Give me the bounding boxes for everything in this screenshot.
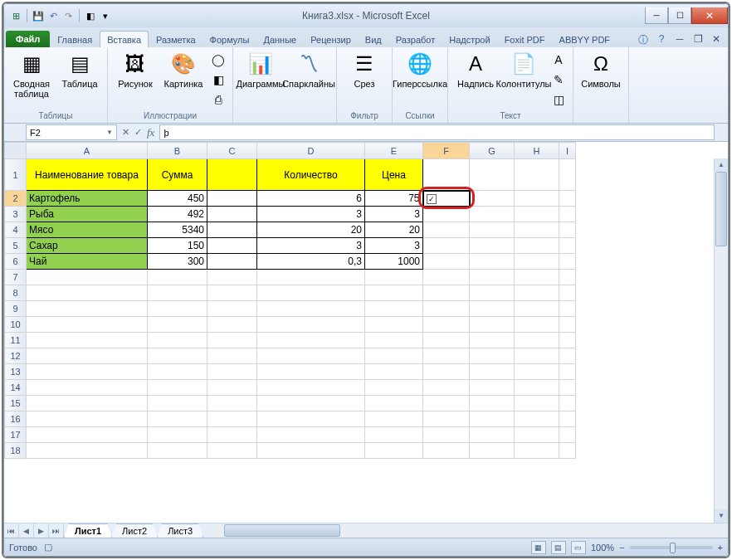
cell[interactable] (470, 427, 515, 443)
cell[interactable] (148, 443, 207, 459)
cell[interactable] (515, 317, 559, 333)
tab-file[interactable]: Файл (6, 31, 50, 47)
cell[interactable]: 3 (257, 207, 365, 222)
cell[interactable] (423, 254, 470, 270)
cell[interactable] (27, 270, 148, 285)
mdi-restore-icon[interactable]: ❐ (691, 33, 705, 47)
macro-record-icon[interactable]: ▢ (44, 542, 52, 553)
cell[interactable] (423, 364, 470, 380)
cell[interactable] (423, 380, 470, 396)
tab-главная[interactable]: Главная (51, 32, 99, 47)
cell[interactable] (207, 159, 257, 191)
cell[interactable] (257, 427, 365, 443)
cell[interactable] (27, 301, 148, 317)
cell[interactable] (207, 317, 257, 333)
cell[interactable] (207, 443, 257, 459)
cell[interactable] (515, 222, 559, 238)
mdi-close-icon[interactable]: ✕ (710, 33, 723, 47)
col-header[interactable]: G (470, 143, 515, 159)
cell[interactable] (148, 301, 207, 317)
screenshot-icon[interactable]: ⎙ (209, 90, 227, 109)
cell[interactable]: Количество (257, 159, 365, 191)
charts-button[interactable]: 📊Диаграммы (238, 49, 283, 89)
cell[interactable] (207, 254, 257, 270)
cell[interactable] (365, 348, 423, 364)
cell[interactable] (559, 285, 576, 301)
cell[interactable] (559, 348, 576, 364)
view-pagebreak-button[interactable]: ▭ (571, 541, 586, 554)
cell[interactable] (515, 443, 559, 459)
cell[interactable] (207, 364, 257, 380)
col-header[interactable]: F (423, 143, 470, 159)
col-header[interactable]: A (27, 143, 148, 159)
cell[interactable] (207, 285, 257, 301)
cell[interactable]: 300 (148, 254, 207, 270)
cell[interactable] (559, 191, 576, 207)
cell[interactable] (148, 396, 207, 411)
undo-icon[interactable]: ↶ (46, 9, 60, 22)
cell[interactable] (423, 238, 470, 254)
row-header[interactable]: 10 (5, 317, 27, 333)
textbox-button[interactable]: AНадпись (453, 49, 498, 89)
sheet-tab[interactable]: Лист3 (157, 523, 203, 538)
cell[interactable] (148, 380, 207, 396)
cell[interactable] (148, 348, 207, 364)
qat-extra2-icon[interactable]: ▾ (99, 9, 112, 22)
cell[interactable] (515, 396, 559, 411)
cell[interactable] (515, 254, 559, 270)
cell[interactable] (470, 396, 515, 411)
cell[interactable]: Сумма (148, 159, 207, 191)
row-header[interactable]: 5 (5, 238, 27, 254)
row-header[interactable]: 1 (5, 159, 27, 191)
cell[interactable] (423, 411, 470, 427)
cell[interactable] (148, 427, 207, 443)
row-header[interactable]: 8 (5, 285, 27, 301)
cell[interactable] (27, 364, 148, 380)
cell[interactable] (207, 333, 257, 348)
cell[interactable] (207, 270, 257, 285)
cell[interactable] (470, 238, 515, 254)
cell[interactable] (470, 443, 515, 459)
cell[interactable] (207, 301, 257, 317)
cell[interactable] (148, 411, 207, 427)
cell[interactable] (365, 364, 423, 380)
formula-input[interactable]: þ (159, 124, 715, 140)
sheet-nav[interactable]: ⏮ ◀ ▶ ⏭ (4, 523, 64, 538)
cell[interactable] (365, 396, 423, 411)
cell-f2[interactable]: ✓ (423, 191, 470, 207)
cell[interactable] (257, 380, 365, 396)
col-header[interactable]: H (515, 143, 559, 159)
cell[interactable] (559, 254, 576, 270)
row-header[interactable]: 3 (5, 207, 27, 222)
cell[interactable] (257, 333, 365, 348)
cell[interactable] (365, 333, 423, 348)
cell[interactable] (257, 443, 365, 459)
scroll-down-icon[interactable]: ▼ (715, 509, 728, 523)
cell[interactable] (559, 427, 576, 443)
cell[interactable] (27, 317, 148, 333)
object-icon[interactable]: ◫ (549, 90, 568, 109)
cell[interactable]: 1000 (365, 254, 423, 270)
cell[interactable] (470, 411, 515, 427)
ribbon-minimize-icon[interactable]: ⓘ (637, 33, 650, 47)
tab-разработ[interactable]: Разработ (389, 32, 442, 47)
cell[interactable] (515, 411, 559, 427)
cell[interactable] (365, 427, 423, 443)
cell[interactable] (470, 348, 515, 364)
wordart-icon[interactable]: A (549, 51, 568, 69)
cell[interactable] (470, 159, 515, 191)
cell[interactable]: 450 (148, 191, 207, 207)
cell[interactable] (470, 317, 515, 333)
view-layout-button[interactable]: ▤ (551, 541, 566, 554)
tab-foxit pdf[interactable]: Foxit PDF (498, 32, 552, 47)
headerfooter-button[interactable]: 📄Колонтитулы (501, 49, 546, 89)
sparklines-button[interactable]: 〽Спарклайны (286, 49, 331, 89)
cell[interactable]: Наименование товара (27, 159, 148, 191)
clipart-button[interactable]: 🎨Картинка (161, 49, 206, 89)
nav-next-icon[interactable]: ▶ (34, 523, 49, 538)
cell[interactable] (423, 427, 470, 443)
cell[interactable] (470, 191, 515, 207)
cell[interactable]: 20 (257, 222, 365, 238)
cell[interactable] (257, 317, 365, 333)
tab-abbyy pdf[interactable]: ABBYY PDF (553, 32, 617, 47)
